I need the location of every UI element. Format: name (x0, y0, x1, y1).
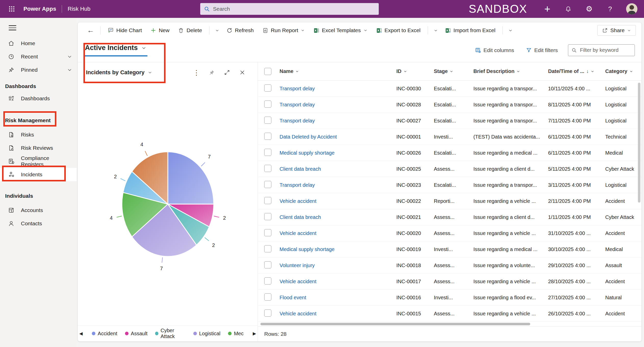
row-checkbox[interactable] (264, 84, 271, 92)
sidebar-item-home[interactable]: Home (0, 37, 77, 50)
incident-name-link[interactable]: Transport delay (280, 86, 396, 92)
global-search[interactable] (200, 3, 379, 15)
legend-item[interactable]: Accident (92, 331, 117, 337)
row-checkbox[interactable] (264, 261, 271, 268)
notifications-bell-icon[interactable] (563, 4, 573, 14)
sidebar-item-recent[interactable]: Recent (0, 50, 77, 63)
incident-name-link[interactable]: Transport delay (280, 118, 396, 124)
sidebar-item-compliance-registers[interactable]: Compliance Registers (0, 155, 77, 168)
legend-item[interactable]: Mec (228, 331, 244, 337)
incident-name-link[interactable]: Medical supply shortage (280, 150, 396, 156)
sidebar-item-dashboards[interactable]: Dashboards (0, 92, 77, 105)
pin-chart-icon[interactable] (208, 68, 216, 77)
row-checkbox[interactable] (264, 165, 271, 172)
row-checkbox[interactable] (264, 149, 271, 156)
vertical-scrollbar[interactable] (638, 83, 640, 203)
incident-name-link[interactable]: Volunteer injury (280, 263, 396, 268)
delete-button[interactable]: Delete (174, 25, 206, 36)
filter-keyword-input[interactable] (579, 47, 632, 53)
incident-row[interactable]: Medical supply shortageINC-00019Investi.… (258, 241, 641, 257)
incident-name-link[interactable]: Medical supply shortage (280, 246, 396, 252)
row-checkbox[interactable] (264, 101, 271, 108)
sidebar-item-accounts[interactable]: Accounts (0, 204, 77, 217)
row-checkbox[interactable] (264, 309, 271, 317)
overflow-chevron-icon[interactable] (432, 26, 440, 35)
edit-filters-button[interactable]: Edit filters (524, 47, 559, 54)
overflow-chevron-icon[interactable] (506, 26, 515, 35)
overflow-chevron-icon[interactable] (213, 26, 221, 35)
legend-item[interactable]: Assault (125, 331, 148, 337)
incident-name-link[interactable]: Data Deleted by Accident (280, 134, 396, 140)
column-header-stage[interactable]: Stage (434, 68, 473, 74)
incident-name-link[interactable]: Transport delay (280, 182, 396, 188)
waffle-menu-icon[interactable] (7, 4, 17, 14)
legend-prev-icon[interactable]: ◀ (78, 331, 84, 336)
add-icon[interactable]: + (542, 4, 552, 14)
column-header-category[interactable]: Category (605, 68, 644, 74)
row-checkbox[interactable] (264, 245, 271, 252)
incident-name-link[interactable]: Vehicle accident (280, 230, 396, 236)
incident-row[interactable]: Medical supply shortageINC-00026Escalati… (258, 145, 641, 161)
incident-row[interactable]: Data Deleted by AccidentINC-00001Investi… (258, 129, 641, 145)
filter-by-keyword-box[interactable] (568, 44, 635, 56)
hamburger-menu-icon[interactable] (7, 23, 18, 32)
incident-row[interactable]: Transport delayINC-00028Escalati...Issue… (258, 97, 641, 113)
sidebar-item-contacts[interactable]: Contacts (0, 217, 77, 230)
legend-item[interactable]: Logistical (193, 331, 220, 337)
excel-templates-button[interactable]: Excel Templates (310, 25, 371, 36)
expand-chart-icon[interactable] (223, 68, 231, 77)
sidebar-item-risk-reviews[interactable]: Risk Reviews (0, 141, 77, 155)
legend-next-icon[interactable]: ▶ (251, 331, 258, 336)
column-header-id[interactable]: ID (396, 68, 434, 74)
sidebar-item-incidents[interactable]: Incidents (0, 168, 77, 181)
run-report-button[interactable]: Run Report (259, 25, 308, 36)
row-checkbox[interactable] (264, 181, 271, 188)
incident-row[interactable]: Transport delayINC-00023Escalati...Issue… (258, 177, 641, 193)
app-name[interactable]: Power Apps (23, 6, 56, 12)
incident-name-link[interactable]: Vehicle accident (280, 279, 396, 284)
share-button[interactable]: Share (597, 25, 636, 36)
incident-row[interactable]: Vehicle accidentINC-00017Assess...Issue … (258, 274, 641, 290)
incident-name-link[interactable]: Transport delay (280, 102, 396, 108)
row-checkbox[interactable] (264, 213, 271, 220)
select-all-checkbox[interactable] (264, 68, 280, 75)
incident-name-link[interactable]: Client data breach (280, 214, 396, 220)
column-header-datetime[interactable]: Date/Time of ... ↓ (548, 68, 605, 74)
column-header-name[interactable]: Name (280, 68, 396, 74)
app-title[interactable]: Risk Hub (68, 6, 90, 12)
incident-row[interactable]: Client data breachINC-00021Assess...Issu… (258, 209, 641, 225)
incident-name-link[interactable]: Client data breach (280, 166, 396, 172)
incident-row[interactable]: Client data breachINC-00025Assess...Issu… (258, 161, 641, 177)
sidebar-item-risks[interactable]: Risks (0, 128, 77, 141)
incident-row[interactable]: Transport delayINC-00027Escalati...Issue… (258, 113, 641, 129)
row-checkbox[interactable] (264, 229, 271, 236)
incident-row[interactable]: Vehicle accidentINC-00022Reporti...Issue… (258, 193, 641, 209)
export-to-excel-button[interactable]: Export to Excel (373, 25, 424, 36)
refresh-button[interactable]: Refresh (223, 25, 257, 36)
row-checkbox[interactable] (264, 197, 271, 204)
row-checkbox[interactable] (264, 133, 271, 140)
incident-name-link[interactable]: Vehicle accident (280, 198, 396, 204)
hide-chart-button[interactable]: Hide Chart (104, 25, 145, 36)
new-button[interactable]: New (147, 25, 173, 36)
legend-item[interactable]: Cyber Attack (155, 328, 185, 339)
search-input[interactable] (212, 6, 375, 12)
close-chart-icon[interactable] (238, 68, 246, 77)
import-from-excel-button[interactable]: Import from Excel (441, 25, 499, 36)
more-commands-kebab-icon[interactable]: ⋮ (192, 68, 200, 77)
user-avatar[interactable] (626, 3, 637, 15)
row-checkbox[interactable] (264, 293, 271, 301)
incident-row[interactable]: Vehicle accidentINC-00020Assess...Issue … (258, 225, 641, 241)
incident-row[interactable]: Volunteer injuryINC-00018Assess...Issue … (258, 257, 641, 274)
row-checkbox[interactable] (264, 277, 271, 284)
incident-name-link[interactable]: Vehicle accident (280, 311, 396, 317)
incident-row[interactable]: Flood eventINC-00016Investi...Issue rega… (258, 290, 641, 306)
sidebar-item-pinned[interactable]: Pinned (0, 63, 77, 77)
settings-gear-icon[interactable]: ⚙ (584, 4, 594, 14)
incident-row[interactable]: Transport delayINC-00030Escalati...Issue… (258, 81, 641, 97)
incident-name-link[interactable]: Flood event (280, 295, 396, 301)
chart-selector-dropdown[interactable]: Incidents by Category (84, 69, 154, 76)
help-icon[interactable]: ? (605, 4, 615, 14)
horizontal-scrollbar[interactable] (258, 322, 641, 326)
edit-columns-button[interactable]: Edit columns (473, 47, 516, 54)
